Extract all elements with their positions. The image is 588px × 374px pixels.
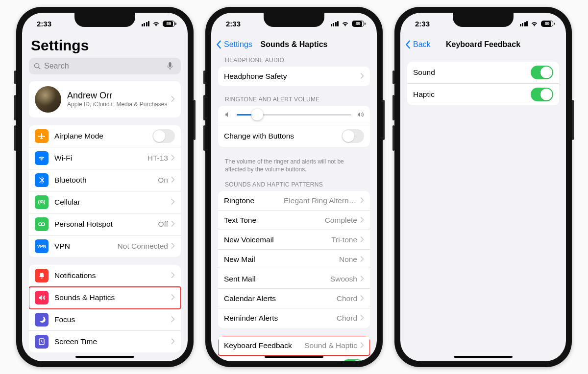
status-bar: 2:33 89 — [400, 13, 566, 34]
sounds-haptics-row[interactable]: Sounds & Haptics — [29, 287, 181, 309]
chevron-left-icon — [216, 40, 222, 49]
chevron-right-icon — [171, 242, 175, 251]
cellular-icon — [35, 195, 49, 209]
airplane-icon — [35, 129, 49, 143]
general-row[interactable]: General — [29, 360, 181, 361]
chevron-right-icon — [360, 294, 364, 303]
chevron-right-icon — [360, 314, 364, 323]
search-icon — [34, 63, 41, 70]
wifi-row[interactable]: Wi-Fi HT-13 — [29, 147, 181, 169]
svg-point-1 — [42, 223, 45, 226]
keyboard-sound-row[interactable]: Sound — [407, 62, 559, 84]
volume-high-icon — [356, 111, 364, 118]
svg-point-0 — [39, 223, 42, 226]
chevron-right-icon — [360, 196, 364, 205]
chevron-right-icon — [360, 235, 364, 244]
status-bar: 2:33 89 — [211, 13, 377, 34]
cellular-signal-icon — [142, 21, 150, 26]
page-title: Settings — [29, 34, 181, 58]
apple-id-row[interactable]: Andrew Orr Apple ID, iCloud+, Media & Pu… — [29, 81, 181, 117]
notifications-icon — [35, 269, 49, 282]
vpn-row[interactable]: VPN VPN Not Connected — [29, 235, 181, 257]
ringtone-row[interactable]: RingtoneElegant Ring Alternative / Cle… — [218, 191, 370, 210]
microphone-icon[interactable] — [167, 62, 173, 70]
chevron-right-icon — [171, 198, 175, 207]
volume-slider-row — [218, 106, 370, 125]
search-input[interactable]: Search — [29, 58, 181, 74]
volume-low-icon — [224, 111, 232, 118]
focus-icon — [35, 313, 49, 327]
phone-sounds-haptics: 2:33 89 Settings Sounds & Haptics Headph… — [205, 7, 383, 367]
hotspot-row[interactable]: Personal Hotspot Off — [29, 213, 181, 235]
battery-icon: 89 — [352, 21, 364, 27]
home-indicator[interactable] — [265, 356, 323, 358]
sent-mail-row[interactable]: Sent MailSwoosh — [218, 269, 370, 289]
nav-bar: Settings Sounds & Haptics — [211, 34, 377, 55]
home-indicator[interactable] — [75, 356, 134, 358]
clock: 2:33 — [226, 20, 241, 28]
phone-settings-root: 2:33 89 Settings Search Andrew Orr Apple — [16, 7, 194, 367]
focus-row[interactable]: Focus — [29, 309, 181, 331]
wifi-settings-icon — [35, 151, 49, 165]
section-header-patterns: Sounds and Haptic Patterns — [218, 179, 370, 191]
new-mail-row[interactable]: New MailNone — [218, 250, 370, 269]
clock: 2:33 — [415, 20, 430, 28]
home-indicator[interactable] — [454, 356, 513, 358]
chevron-right-icon — [360, 255, 364, 264]
wifi-icon — [341, 21, 349, 27]
chevron-left-icon — [405, 40, 411, 49]
cellular-row[interactable]: Cellular — [29, 191, 181, 213]
chevron-right-icon — [171, 337, 175, 346]
cellular-signal-icon — [331, 21, 339, 26]
calendar-alerts-row[interactable]: Calendar AlertsChord — [218, 289, 370, 308]
keyboard-haptic-toggle[interactable] — [531, 88, 553, 101]
volume-slider[interactable] — [237, 114, 351, 116]
clock: 2:33 — [37, 20, 51, 28]
bluetooth-icon — [35, 173, 49, 187]
search-placeholder: Search — [44, 62, 167, 70]
chevron-right-icon — [360, 216, 364, 225]
section-header-ringer: Ringtone and Alert Volume — [218, 94, 370, 106]
keyboard-sound-toggle[interactable] — [531, 66, 553, 79]
airplane-toggle[interactable] — [152, 129, 175, 143]
chevron-right-icon — [171, 271, 175, 280]
nav-bar: Back Keyboard Feedback — [400, 34, 566, 55]
airplane-mode-row[interactable]: Airplane Mode — [29, 125, 181, 147]
cellular-signal-icon — [520, 21, 528, 26]
keyboard-feedback-row[interactable]: Keyboard FeedbackSound & Haptic — [218, 336, 370, 355]
back-button[interactable]: Settings — [216, 40, 252, 49]
ringer-footer: The volume of the ringer and alerts will… — [218, 155, 370, 179]
screen-time-row[interactable]: Screen Time — [29, 331, 181, 352]
text-tone-row[interactable]: Text ToneComplete — [218, 210, 370, 230]
avatar — [35, 86, 61, 113]
profile-name: Andrew Orr — [67, 91, 171, 101]
battery-icon: 89 — [163, 21, 175, 27]
change-buttons-toggle[interactable] — [342, 129, 364, 143]
notifications-row[interactable]: Notifications — [29, 265, 181, 287]
chevron-right-icon — [360, 72, 364, 81]
battery-icon: 89 — [541, 21, 553, 27]
chevron-right-icon — [171, 220, 175, 229]
change-with-buttons-row[interactable]: Change with Buttons — [218, 125, 370, 147]
screen-time-icon — [35, 335, 49, 349]
phone-keyboard-feedback: 2:33 89 Back Keyboard Feedback Sound H — [394, 7, 572, 367]
sounds-icon — [35, 291, 49, 304]
headphone-safety-row[interactable]: Headphone Safety — [218, 67, 370, 86]
chevron-right-icon — [171, 176, 175, 185]
lock-sound-toggle[interactable] — [342, 359, 364, 361]
chevron-right-icon — [360, 275, 364, 283]
chevron-right-icon — [171, 95, 175, 104]
profile-subtitle: Apple ID, iCloud+, Media & Purchases — [67, 101, 171, 108]
new-voicemail-row[interactable]: New VoicemailTri-tone — [218, 230, 370, 250]
hotspot-icon — [35, 217, 49, 231]
nav-title: Sounds & Haptics — [261, 40, 328, 49]
status-bar: 2:33 89 — [22, 13, 188, 34]
vpn-icon: VPN — [35, 239, 49, 253]
wifi-icon — [530, 21, 539, 27]
chevron-right-icon — [171, 154, 175, 163]
reminder-alerts-row[interactable]: Reminder AlertsChord — [218, 308, 370, 328]
section-header-headphone: Headphone Audio — [218, 55, 370, 67]
back-button[interactable]: Back — [405, 40, 431, 49]
bluetooth-row[interactable]: Bluetooth On — [29, 169, 181, 191]
keyboard-haptic-row[interactable]: Haptic — [407, 84, 559, 105]
